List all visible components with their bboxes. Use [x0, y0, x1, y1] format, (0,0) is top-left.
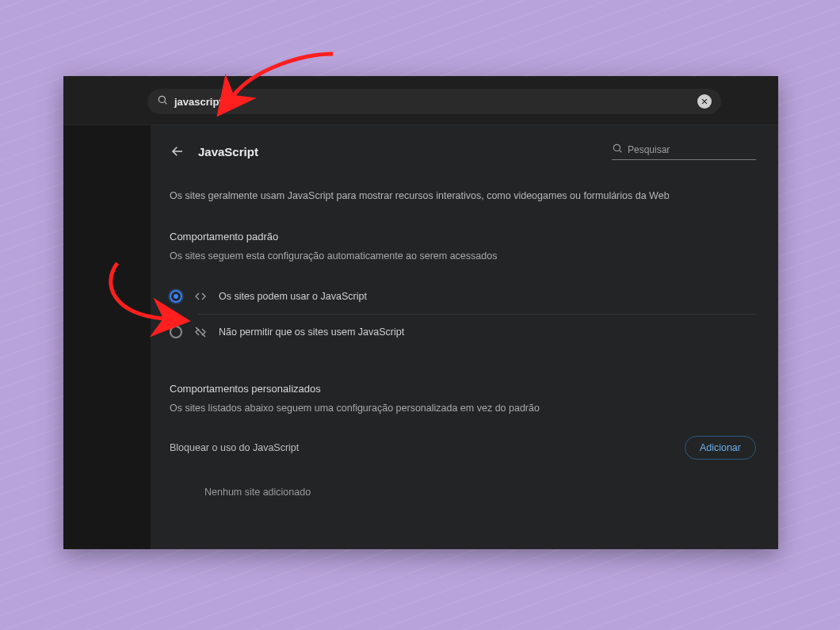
page-title: JavaScript	[198, 145, 258, 158]
default-behavior-title: Comportamento padrão	[170, 231, 756, 242]
add-site-button[interactable]: Adicionar	[685, 436, 756, 460]
settings-window: javascript JavaScript	[63, 76, 778, 549]
page-search-input[interactable]	[628, 144, 756, 155]
option-allow-javascript[interactable]: Os sites podem usar o JavaScript	[170, 279, 756, 314]
settings-search-value: javascript	[174, 96, 223, 108]
default-behavior-options: Os sites podem usar o JavaScript Não per…	[170, 279, 756, 349]
page-search[interactable]	[612, 143, 756, 160]
svg-line-6	[620, 151, 622, 153]
topbar: javascript	[63, 76, 778, 125]
radio-unselected[interactable]	[170, 326, 182, 338]
radio-selected[interactable]	[170, 290, 182, 303]
svg-point-5	[613, 144, 620, 151]
custom-behavior-subtitle: Os sites listados abaixo seguem uma conf…	[170, 403, 756, 414]
empty-site-list: Nenhum site adicionado	[204, 487, 756, 498]
clear-search-button[interactable]	[697, 94, 712, 109]
page-description: Os sites geralmente usam JavaScript para…	[170, 189, 740, 204]
block-javascript-label: Bloquear o uso do JavaScript	[170, 442, 299, 453]
custom-behavior-section: Comportamentos personalizados Os sites l…	[170, 383, 756, 498]
option-allow-label: Os sites podem usar o JavaScript	[219, 291, 367, 302]
svg-line-7	[196, 327, 205, 337]
code-icon	[193, 290, 208, 303]
option-deny-javascript[interactable]: Não permitir que os sites usem JavaScrip…	[170, 315, 756, 349]
option-deny-label: Não permitir que os sites usem JavaScrip…	[219, 326, 404, 338]
code-off-icon	[193, 326, 208, 338]
svg-point-0	[158, 96, 165, 102]
settings-sidebar	[63, 125, 151, 549]
back-button[interactable]	[170, 143, 185, 159]
settings-content: JavaScript Os sites geralmente usam Java…	[151, 125, 778, 549]
custom-behavior-title: Comportamentos personalizados	[170, 383, 756, 395]
search-icon	[612, 143, 623, 157]
svg-line-1	[165, 102, 167, 105]
block-javascript-row: Bloquear o uso do JavaScript Adicionar	[170, 436, 756, 460]
search-icon	[157, 94, 168, 109]
default-behavior-subtitle: Os sites seguem esta configuração automa…	[170, 250, 756, 262]
settings-search[interactable]: javascript	[147, 89, 721, 114]
page-header: JavaScript	[170, 143, 756, 160]
